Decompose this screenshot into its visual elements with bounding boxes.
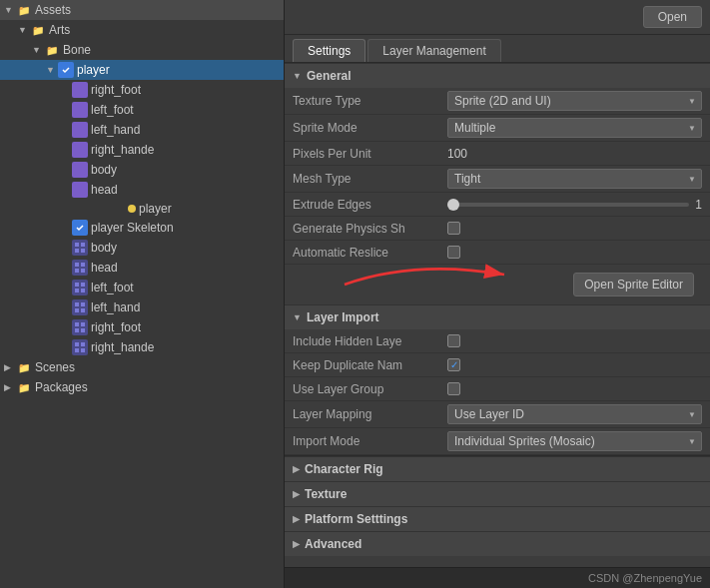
tree-item-body[interactable]: body: [0, 160, 284, 180]
texture-type-select[interactable]: Sprite (2D and UI): [447, 91, 702, 111]
tree-icon-asset-purple: [72, 122, 88, 138]
extrude-edges-slider[interactable]: [447, 203, 689, 207]
tabs-bar: Settings Layer Management: [285, 35, 710, 63]
main-layout: ▼📁Assets▼📁Arts▼📁Bone▼playerright_footlef…: [0, 0, 710, 588]
include-hidden-checkbox[interactable]: [447, 334, 460, 347]
platform-settings-header[interactable]: ▶ Platform Setttings: [285, 506, 710, 531]
tree-label: Scenes: [35, 360, 75, 374]
svg-rect-19: [81, 289, 85, 293]
generate-physics-checkbox[interactable]: [447, 222, 460, 235]
import-mode-select[interactable]: Individual Sprites (Mosaic): [447, 431, 702, 451]
tree-item-left_hand2[interactable]: left_hand: [0, 297, 284, 317]
tree-item-left_hand[interactable]: left_hand: [0, 120, 284, 140]
automatic-reslice-checkbox[interactable]: [447, 246, 460, 259]
tree-label: Bone: [63, 43, 91, 57]
use-layer-group-checkbox[interactable]: [447, 382, 460, 395]
svg-rect-23: [81, 308, 85, 312]
texture-type-label: Texture Type: [293, 94, 447, 108]
texture-arrow: ▶: [293, 489, 300, 499]
tree-item-player[interactable]: ▼player: [0, 60, 284, 80]
svg-rect-30: [75, 348, 79, 352]
tree-label: head: [91, 261, 118, 275]
tab-settings[interactable]: Settings: [293, 39, 365, 62]
tree-item-left_foot2[interactable]: left_foot: [0, 278, 284, 297]
keep-duplicate-checkbox[interactable]: [447, 358, 460, 371]
pixels-per-unit-label: Pixels Per Unit: [293, 147, 447, 161]
tree-label: left_foot: [91, 281, 134, 294]
general-section-header[interactable]: ▼ General: [285, 63, 710, 88]
svg-rect-5: [75, 165, 85, 175]
mesh-type-select[interactable]: Tight: [447, 169, 702, 189]
tree-item-right_foot2[interactable]: right_foot: [0, 317, 284, 337]
import-mode-label: Import Mode: [293, 434, 447, 448]
sprite-mode-select-wrapper: Multiple: [447, 118, 702, 138]
svg-rect-6: [75, 185, 85, 195]
tree-item-packages[interactable]: ▶📁Packages: [0, 377, 284, 397]
tree-icon-folder: 📁: [30, 22, 46, 38]
layer-mapping-select[interactable]: Use Layer ID: [447, 404, 702, 424]
general-arrow: ▼: [293, 71, 302, 81]
pixels-per-unit-value: 100: [447, 147, 702, 161]
pixels-per-unit-row: Pixels Per Unit 100: [285, 142, 710, 166]
tree-icon-asset-grid: [72, 280, 88, 295]
top-bar: Open: [285, 0, 710, 35]
tree-label: Assets: [35, 3, 71, 17]
sprite-mode-label: Sprite Mode: [293, 121, 447, 135]
tree-arrow: ▶: [4, 382, 16, 392]
tree-item-head1[interactable]: head: [0, 180, 284, 200]
include-hidden-row: Include Hidden Laye: [285, 329, 710, 353]
right-panel: Open Settings Layer Management ▼ General…: [285, 0, 710, 588]
tree-item-assets[interactable]: ▼📁Assets: [0, 0, 284, 20]
tree-item-head2[interactable]: head: [0, 258, 284, 278]
tree-arrow: ▼: [18, 25, 30, 35]
advanced-header[interactable]: ▶ Advanced: [285, 531, 710, 556]
import-mode-row: Import Mode Individual Sprites (Mosaic): [285, 428, 710, 455]
tree-arrow: ▼: [32, 45, 44, 55]
automatic-reslice-row: Automatic Reslice: [285, 241, 710, 265]
svg-rect-12: [75, 263, 79, 267]
tree-item-right_foot[interactable]: right_foot: [0, 80, 284, 100]
character-rig-header[interactable]: ▶ Character Rig: [285, 456, 710, 481]
settings-content: ▼ General Texture Type Sprite (2D and UI…: [285, 63, 710, 567]
tree-item-scenes[interactable]: ▶📁Scenes: [0, 357, 284, 377]
tree-icon-asset-grid: [72, 260, 88, 276]
tree-item-right_hande2[interactable]: right_hande: [0, 337, 284, 357]
tree-item-right_hande[interactable]: right_hande: [0, 140, 284, 160]
tree-item-bone[interactable]: ▼📁Bone: [0, 40, 284, 60]
sprite-mode-select[interactable]: Multiple: [447, 118, 702, 138]
svg-rect-21: [81, 302, 85, 306]
platform-settings-title: Platform Setttings: [305, 512, 407, 526]
tree-label: right_foot: [91, 320, 141, 334]
tree-arrow: ▶: [4, 362, 16, 372]
svg-rect-24: [75, 322, 79, 326]
use-layer-group-row: Use Layer Group: [285, 377, 710, 401]
tree-item-body2[interactable]: body: [0, 238, 284, 258]
tree-item-left_foot[interactable]: left_foot: [0, 100, 284, 120]
svg-rect-3: [75, 125, 85, 135]
tree-label: left_hand: [91, 123, 140, 137]
tree-item-player2[interactable]: player: [0, 200, 284, 218]
texture-type-row: Texture Type Sprite (2D and UI): [285, 88, 710, 115]
extrude-edges-value: 1: [695, 198, 702, 212]
layer-import-section-header[interactable]: ▼ Layer Import: [285, 304, 710, 329]
layer-mapping-row: Layer Mapping Use Layer ID: [285, 401, 710, 428]
left-panel: ▼📁Assets▼📁Arts▼📁Bone▼playerright_footlef…: [0, 0, 285, 588]
tab-layer-management[interactable]: Layer Management: [367, 39, 500, 62]
tree-label: body: [91, 241, 117, 255]
svg-rect-16: [75, 283, 79, 287]
tree-item-arts[interactable]: ▼📁Arts: [0, 20, 284, 40]
open-sprite-editor-button[interactable]: Open Sprite Editor: [573, 273, 694, 296]
dot-yellow: [128, 205, 136, 213]
tree-label: right_foot: [91, 83, 141, 97]
layer-import-arrow: ▼: [293, 312, 302, 322]
tree-icon-asset-grid: [72, 240, 88, 256]
tree-icon-folder: 📁: [16, 2, 32, 18]
open-button[interactable]: Open: [643, 6, 702, 28]
advanced-title: Advanced: [305, 537, 361, 551]
tree-icon-asset-purple: [72, 102, 88, 118]
tree-item-player_skeleton[interactable]: player Skeleton: [0, 218, 284, 238]
import-mode-select-wrapper: Individual Sprites (Mosaic): [447, 431, 702, 451]
texture-header[interactable]: ▶ Texture: [285, 481, 710, 506]
tree-label: player Skeleton: [91, 221, 174, 235]
tree-icon-asset-grid: [72, 319, 88, 335]
